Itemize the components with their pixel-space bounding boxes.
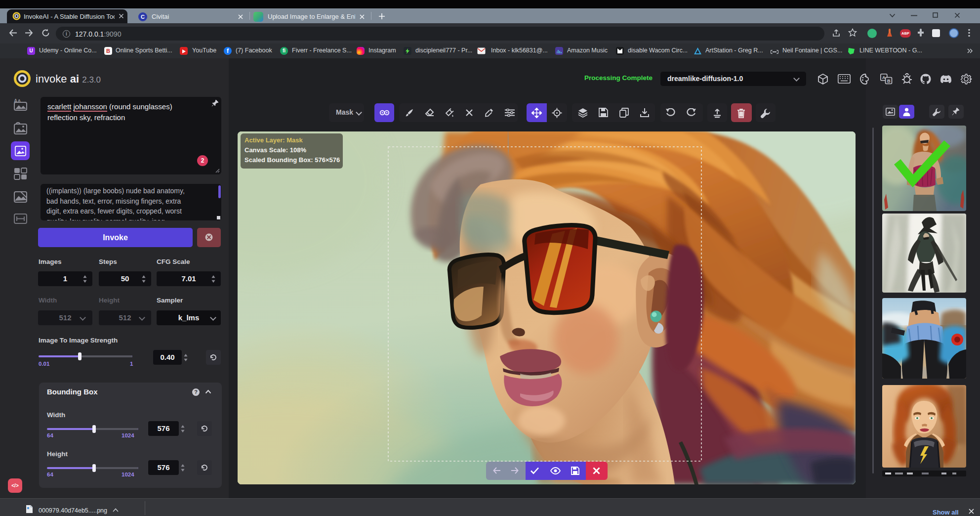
svg-text:A: A	[882, 75, 886, 80]
svg-text:B: B	[887, 79, 891, 84]
